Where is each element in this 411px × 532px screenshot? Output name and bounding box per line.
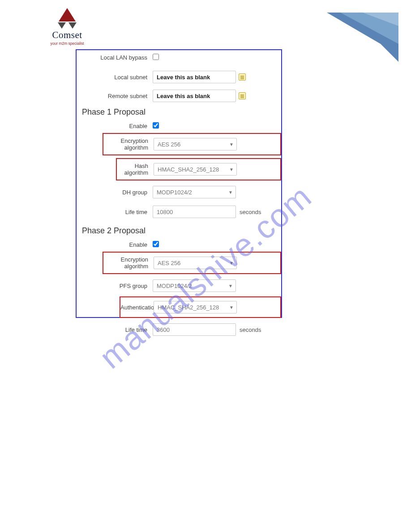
chevron-down-icon: ▼ bbox=[228, 190, 233, 195]
label-p1-enable: Enable bbox=[77, 123, 153, 129]
chevron-down-icon: ▼ bbox=[229, 305, 234, 310]
input-remote-subnet[interactable] bbox=[153, 90, 236, 102]
brand-logo: Comset your m2m specialist bbox=[47, 7, 87, 46]
checkbox-p2-enable[interactable] bbox=[153, 241, 159, 247]
row-local-subnet: Local subnet bbox=[77, 69, 281, 85]
row-p2-auth: Authentication HMAC_SHA2_256_128 ▼ bbox=[120, 299, 278, 315]
svg-marker-2 bbox=[68, 22, 77, 29]
input-p2-life[interactable] bbox=[153, 323, 236, 336]
label-p2-auth: Authentication bbox=[120, 304, 154, 311]
select-p1-hash-value: HMAC_SHA2_256_128 bbox=[158, 166, 219, 173]
input-local-subnet[interactable] bbox=[153, 71, 236, 83]
row-p2-life: Life time seconds bbox=[77, 322, 281, 338]
label-local-subnet: Local subnet bbox=[77, 74, 153, 81]
highlight-p1-enc: Encryption algorithm AES 256 ▼ bbox=[103, 133, 281, 155]
row-lan-bypass: Local LAN bypass bbox=[77, 50, 281, 64]
select-p1-dh[interactable]: MODP1024/2 ▼ bbox=[153, 186, 236, 198]
row-p1-life: Life time seconds bbox=[77, 204, 281, 220]
label-p1-enc: Encryption algorithm bbox=[103, 137, 154, 151]
brand-name: Comset bbox=[47, 30, 87, 41]
select-p2-auth[interactable]: HMAC_SHA2_256_128 ▼ bbox=[154, 301, 237, 313]
highlight-p2-auth: Authentication HMAC_SHA2_256_128 ▼ bbox=[120, 296, 281, 318]
chevron-down-icon: ▼ bbox=[228, 283, 233, 288]
svg-marker-3 bbox=[327, 13, 398, 62]
label-p2-pfs: PFS group bbox=[77, 283, 153, 289]
select-p1-hash[interactable]: HMAC_SHA2_256_128 ▼ bbox=[154, 163, 237, 176]
phase2-title: Phase 2 Proposal bbox=[77, 223, 281, 237]
chevron-down-icon: ▼ bbox=[229, 261, 234, 266]
checkbox-lan-bypass[interactable] bbox=[153, 54, 159, 60]
unit-p2-life: seconds bbox=[240, 326, 261, 333]
select-p2-enc-value: AES 256 bbox=[158, 260, 180, 266]
select-p2-enc[interactable]: AES 256 ▼ bbox=[154, 257, 237, 269]
svg-marker-0 bbox=[59, 8, 76, 21]
label-p2-life: Life time bbox=[77, 326, 153, 333]
label-p1-hash: Hash algorithm bbox=[117, 163, 154, 176]
select-p2-auth-value: HMAC_SHA2_256_128 bbox=[158, 304, 219, 311]
corner-decoration bbox=[322, 13, 398, 66]
unit-p1-life: seconds bbox=[240, 209, 261, 215]
row-p1-dh: DH group MODP1024/2 ▼ bbox=[77, 184, 281, 200]
row-p2-enc: Encryption algorithm AES 256 ▼ bbox=[103, 254, 278, 271]
chevron-down-icon: ▼ bbox=[229, 167, 234, 172]
label-p1-dh: DH group bbox=[77, 189, 153, 196]
svg-marker-4 bbox=[340, 13, 398, 44]
input-p1-life[interactable] bbox=[153, 206, 236, 218]
svg-marker-1 bbox=[58, 22, 66, 29]
chevron-down-icon: ▼ bbox=[229, 142, 234, 147]
select-p2-pfs-value: MODP1024/2 bbox=[157, 283, 192, 289]
checkbox-p1-enable[interactable] bbox=[153, 122, 159, 129]
label-p1-life: Life time bbox=[77, 209, 153, 215]
highlight-p1-hash: Hash algorithm HMAC_SHA2_256_128 ▼ bbox=[116, 158, 281, 180]
note-icon[interactable] bbox=[239, 73, 246, 81]
phase1-title: Phase 1 Proposal bbox=[77, 104, 281, 119]
label-p2-enable: Enable bbox=[77, 241, 153, 248]
row-p2-enable: Enable bbox=[77, 237, 281, 252]
highlight-p2-enc: Encryption algorithm AES 256 ▼ bbox=[103, 252, 281, 274]
label-remote-subnet: Remote subnet bbox=[77, 93, 153, 99]
svg-marker-5 bbox=[363, 13, 398, 26]
select-p1-enc[interactable]: AES 256 ▼ bbox=[154, 138, 237, 150]
select-p2-pfs[interactable]: MODP1024/2 ▼ bbox=[153, 279, 236, 292]
row-p1-enc: Encryption algorithm AES 256 ▼ bbox=[103, 136, 278, 153]
label-lan-bypass: Local LAN bypass bbox=[77, 54, 153, 61]
row-p2-pfs: PFS group MODP1024/2 ▼ bbox=[77, 278, 281, 294]
label-p2-enc: Encryption algorithm bbox=[103, 256, 154, 270]
select-p1-enc-value: AES 256 bbox=[158, 141, 180, 148]
row-p1-hash: Hash algorithm HMAC_SHA2_256_128 ▼ bbox=[117, 161, 278, 178]
brand-tagline: your m2m specialist bbox=[47, 41, 87, 46]
select-p1-dh-value: MODP1024/2 bbox=[157, 189, 192, 196]
config-panel: Local LAN bypass Local subnet Remote sub… bbox=[76, 49, 282, 318]
note-icon[interactable] bbox=[239, 92, 246, 99]
row-remote-subnet: Remote subnet bbox=[77, 88, 281, 104]
row-p1-enable: Enable bbox=[77, 119, 281, 133]
